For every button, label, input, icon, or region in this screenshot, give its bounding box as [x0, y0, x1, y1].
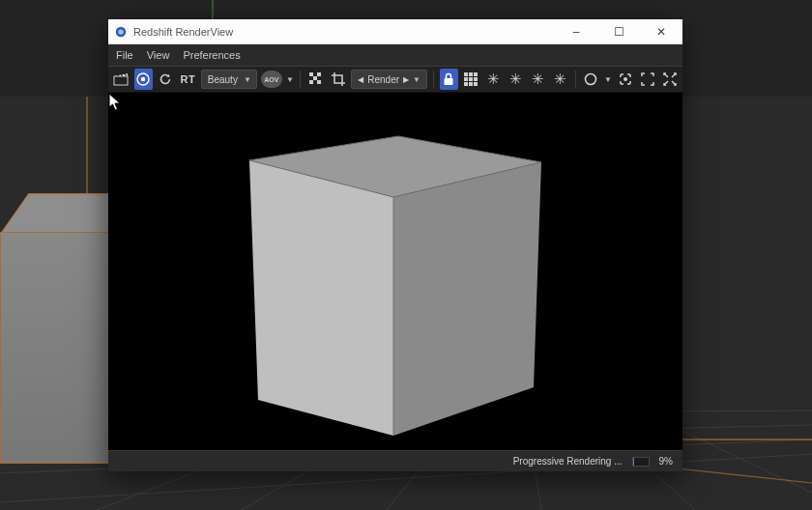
play-icon[interactable]: [134, 69, 153, 90]
chevron-down-icon[interactable]: ▼: [604, 75, 613, 84]
svg-rect-23: [317, 80, 321, 84]
pick-target-icon[interactable]: [616, 69, 634, 90]
checker-icon[interactable]: [306, 69, 325, 90]
status-label: Progressive Rendering ...: [513, 456, 623, 467]
lock-icon[interactable]: [440, 69, 458, 90]
rt-toggle[interactable]: RT: [179, 69, 197, 90]
freeze-icon[interactable]: ✳: [529, 69, 547, 90]
circle-icon[interactable]: [582, 69, 600, 90]
expand-icon[interactable]: [660, 69, 679, 90]
svg-point-12: [118, 29, 123, 34]
statusbar: Progressive Rendering ... 9%: [108, 450, 682, 471]
status-percent: 9%: [659, 456, 673, 467]
window-title: Redshift RenderView: [133, 26, 233, 38]
svg-rect-30: [474, 77, 478, 81]
svg-rect-13: [114, 76, 128, 85]
chevron-left-icon: ◀: [358, 75, 363, 84]
svg-rect-26: [469, 72, 473, 76]
freeze-icon[interactable]: ✳: [484, 69, 503, 90]
minimize-button[interactable]: –: [555, 19, 597, 44]
menu-file[interactable]: File: [116, 49, 133, 61]
svg-rect-24: [445, 78, 453, 85]
svg-rect-29: [469, 77, 473, 81]
svg-rect-22: [309, 80, 313, 84]
toolbar: RT Beauty ▼ AOV ▼ ◀ Render ▶ ▼: [108, 66, 682, 93]
refresh-icon[interactable]: [157, 69, 175, 90]
channel-dropdown[interactable]: Beauty ▼: [201, 70, 257, 89]
titlebar[interactable]: Redshift RenderView – ☐ ✕: [108, 19, 682, 44]
progress-fill: [633, 458, 634, 466]
svg-rect-19: [309, 72, 313, 76]
clapper-icon[interactable]: [112, 69, 130, 90]
svg-rect-21: [313, 76, 317, 80]
fit-icon[interactable]: [638, 69, 656, 90]
aov-badge[interactable]: AOV: [261, 69, 282, 90]
svg-rect-25: [464, 72, 468, 76]
chevron-down-icon[interactable]: ▼: [286, 75, 295, 84]
svg-rect-33: [474, 82, 478, 86]
crop-icon[interactable]: [329, 69, 347, 90]
svg-point-34: [586, 74, 596, 85]
menu-preferences[interactable]: Preferences: [183, 49, 240, 61]
chevron-down-icon: ▼: [413, 75, 420, 84]
render-dropdown-label: Render: [367, 74, 399, 85]
svg-rect-32: [469, 82, 473, 86]
client-area: File View Preferences RT Beauty ▼ AOV ▼: [108, 44, 682, 471]
maximize-button[interactable]: ☐: [597, 19, 640, 44]
svg-point-18: [141, 77, 145, 81]
render-viewport[interactable]: [108, 93, 682, 450]
menubar: File View Preferences: [108, 44, 682, 66]
render-dropdown[interactable]: ◀ Render ▶ ▼: [351, 70, 427, 89]
svg-rect-28: [464, 77, 468, 81]
chevron-right-icon: ▶: [403, 75, 409, 84]
freeze-icon[interactable]: ✳: [507, 69, 525, 90]
snapshot-grid-icon[interactable]: [462, 69, 480, 90]
svg-rect-27: [474, 72, 478, 76]
svg-rect-31: [464, 82, 468, 86]
freeze-icon[interactable]: ✳: [551, 69, 569, 90]
chevron-down-icon: ▼: [244, 75, 251, 84]
channel-dropdown-value: Beauty: [208, 74, 238, 85]
svg-point-35: [624, 77, 627, 81]
close-button[interactable]: ✕: [640, 19, 682, 44]
svg-marker-38: [249, 160, 393, 436]
menu-view[interactable]: View: [147, 49, 170, 61]
app-icon: [114, 25, 128, 39]
progress-bar: [632, 457, 650, 467]
svg-rect-20: [317, 72, 321, 76]
rendered-cube: [108, 93, 682, 450]
renderview-window: Redshift RenderView – ☐ ✕ File View Pref…: [108, 19, 682, 471]
